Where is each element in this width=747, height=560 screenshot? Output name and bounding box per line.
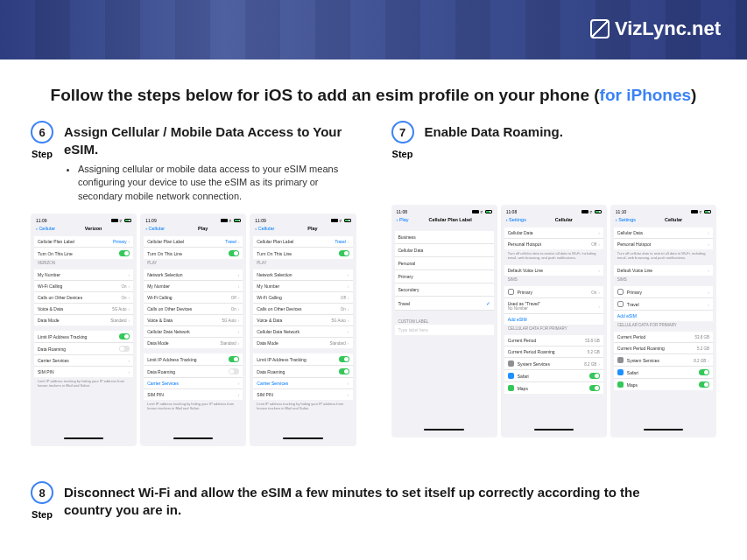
toggle-icon[interactable] <box>119 250 130 256</box>
row-sim-pin[interactable]: SIM PIN› <box>144 389 243 400</box>
toggle-icon[interactable] <box>589 385 600 391</box>
row-turn-on[interactable]: Turn On This Line <box>34 248 133 259</box>
row-data-mode[interactable]: Data ModeStandard› <box>144 338 243 348</box>
row-data-roaming[interactable]: Data Roaming <box>253 366 352 378</box>
row-carrier[interactable]: Carrier Services› <box>144 378 243 389</box>
row-maps[interactable]: Maps <box>614 379 713 390</box>
row-add-esim[interactable]: Add eSIM <box>504 314 603 325</box>
row-wifi-calling[interactable]: Wi-Fi CallingOn› <box>34 281 133 292</box>
option-cellular[interactable]: Cellular Data <box>395 244 494 257</box>
custom-label-input[interactable]: Type label here <box>395 325 494 335</box>
footnote: Limit IP address tracking by hiding your… <box>144 400 243 412</box>
row-data-mode[interactable]: Data ModeStandard› <box>34 315 133 326</box>
row-limit-ip[interactable]: Limit IP Address Tracking <box>34 331 133 343</box>
toggle-icon[interactable] <box>699 369 709 375</box>
row-cdn[interactable]: Cellular Data Network› <box>144 326 243 338</box>
toggle-icon[interactable] <box>339 368 349 374</box>
section-label: SIMS <box>614 276 713 283</box>
row-sim-travel[interactable]: Used as "Travel"No Number› <box>504 298 603 314</box>
row-wifi-calling[interactable]: Wi-Fi CallingOff› <box>144 292 243 304</box>
back-button[interactable]: ‹ Cellular <box>145 226 165 231</box>
step-label: Step <box>31 149 53 159</box>
row-plan-label[interactable]: Cellular Plan LabelTravel› <box>253 236 352 248</box>
back-button[interactable]: ‹ Play <box>397 217 409 222</box>
row-calls-other[interactable]: Calls on Other DevicesOn› <box>253 304 352 315</box>
toggle-icon[interactable] <box>589 373 600 379</box>
row-limit-ip[interactable]: Limit IP Address Tracking <box>144 354 243 366</box>
back-button[interactable]: ‹ Settings <box>506 217 526 222</box>
row-voice-data[interactable]: Voice & Data5G Auto› <box>34 304 133 315</box>
toggle-icon[interactable] <box>119 346 130 352</box>
section-label: CUSTOM LABEL <box>395 318 494 325</box>
toggle-icon[interactable] <box>229 250 239 256</box>
step-6-desc-text: Assigning cellular or mobile data access… <box>78 163 356 203</box>
row-cellular-data[interactable]: Cellular Data› <box>504 228 603 239</box>
signal-icon <box>111 219 118 222</box>
row-safari[interactable]: Safari <box>504 370 603 382</box>
content-area: Follow the steps below for iOS to add an… <box>0 60 747 555</box>
option-business[interactable]: Business <box>395 231 494 244</box>
gear-icon <box>617 357 624 363</box>
row-default-voice[interactable]: Default Voice Line› <box>614 265 713 276</box>
row-carrier[interactable]: Carrier Services› <box>253 378 352 389</box>
row-my-number[interactable]: My Number› <box>253 281 352 292</box>
logo-text: VizLync.net <box>615 18 721 40</box>
row-sim-travel[interactable]: Travel› <box>614 298 713 311</box>
row-sim-pin[interactable]: SIM PIN› <box>34 367 133 377</box>
back-button[interactable]: ‹ Settings <box>616 217 636 222</box>
wifi-icon: ᯤ <box>119 218 123 223</box>
row-voice-data[interactable]: Voice & Data5G Auto› <box>144 315 243 326</box>
row-data-roaming[interactable]: Data Roaming <box>34 343 133 355</box>
row-voice-data[interactable]: Voice & Data5G Auto› <box>253 315 352 326</box>
title-post: ) <box>691 86 696 104</box>
nav-title: Verizon <box>85 226 102 231</box>
nav-title: Cellular <box>665 217 682 222</box>
footnote: Turn off cellular data to restrict all d… <box>614 249 713 262</box>
back-button[interactable]: ‹ Cellular <box>255 226 274 231</box>
row-period: Current Period53.8 GB <box>504 335 603 346</box>
row-turn-on[interactable]: Turn On This Line <box>144 248 243 259</box>
row-data-mode[interactable]: Data ModeStandard› <box>253 338 352 348</box>
row-sim-pin[interactable]: SIM PIN› <box>253 389 352 400</box>
row-hotspot[interactable]: Personal HotspotOff› <box>504 239 603 249</box>
row-network[interactable]: Network Selection› <box>253 270 352 281</box>
option-secondary[interactable]: Secondary <box>395 284 494 297</box>
row-carrier[interactable]: Carrier Services› <box>34 355 133 367</box>
row-my-number[interactable]: My Number› <box>34 270 133 281</box>
row-sim-primary[interactable]: Primary› <box>614 286 713 298</box>
toggle-icon[interactable] <box>119 333 130 340</box>
toggle-icon[interactable] <box>699 382 709 388</box>
row-sim-primary[interactable]: PrimaryOn› <box>504 286 603 298</box>
row-cellular-data[interactable]: Cellular Data› <box>614 228 713 239</box>
row-data-roaming[interactable]: Data Roaming <box>144 366 243 378</box>
option-travel[interactable]: Travel✓ <box>395 297 494 311</box>
row-wifi-calling[interactable]: Wi-Fi CallingOff› <box>253 292 352 304</box>
row-limit-ip[interactable]: Limit IP Address Tracking <box>253 354 352 366</box>
row-maps[interactable]: Maps <box>504 382 603 394</box>
row-default-voice[interactable]: Default Voice Line› <box>504 265 603 276</box>
time: 11:09 <box>255 218 266 223</box>
row-calls-other[interactable]: Calls on Other DevicesOn› <box>144 304 243 315</box>
option-primary[interactable]: Primary <box>395 270 494 284</box>
row-plan-label[interactable]: Cellular Plan LabelTravel› <box>144 236 243 248</box>
for-iphones-link[interactable]: for iPhones <box>600 86 692 104</box>
toggle-icon[interactable] <box>339 356 349 362</box>
row-my-number[interactable]: My Number› <box>144 281 243 292</box>
option-personal[interactable]: Personal <box>395 257 494 270</box>
row-safari[interactable]: Safari <box>614 367 713 379</box>
row-system[interactable]: System Services8.2 GB› <box>614 354 713 367</box>
toggle-icon[interactable] <box>229 356 239 362</box>
row-network[interactable]: Network Selection› <box>144 270 243 281</box>
toggle-icon[interactable] <box>339 250 349 256</box>
row-hotspot[interactable]: Personal Hotspot› <box>614 239 713 249</box>
row-system[interactable]: System Services8.2 GB› <box>504 358 603 370</box>
battery-icon <box>124 219 131 222</box>
row-cdn[interactable]: Cellular Data Network› <box>253 326 352 338</box>
row-calls-other[interactable]: Calls on Other DevicesOn› <box>34 292 133 304</box>
row-add-esim[interactable]: Add eSIM <box>614 311 713 321</box>
back-button[interactable]: ‹ Cellular <box>36 226 55 231</box>
row-turn-on[interactable]: Turn On This Line <box>253 248 352 259</box>
toggle-icon[interactable] <box>229 368 239 374</box>
screen-6a: 11:09ᯤ ‹ CellularVerizon Cellular Plan L… <box>31 214 137 446</box>
row-plan-label[interactable]: Cellular Plan LabelPrimary› <box>34 236 133 248</box>
